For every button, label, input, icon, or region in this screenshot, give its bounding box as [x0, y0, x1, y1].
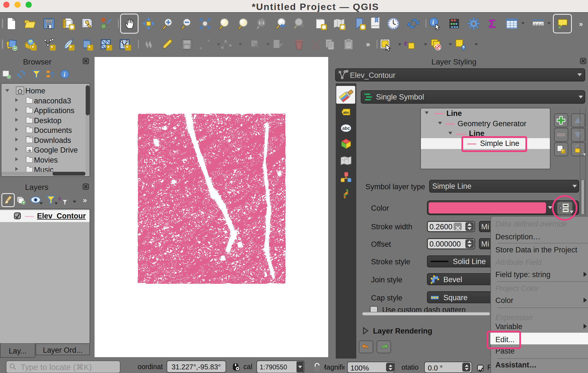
- svg-text:abc: abc: [343, 111, 349, 115]
- svg-text:ε: ε: [59, 195, 61, 202]
- svg-text:*: *: [107, 44, 110, 52]
- svg-text:1:1: 1:1: [258, 21, 264, 25]
- svg-text:i: i: [432, 19, 434, 26]
- svg-text:*: *: [562, 149, 564, 154]
- svg-text:*: *: [88, 44, 91, 52]
- svg-text:*: *: [32, 44, 34, 52]
- svg-text:»: »: [579, 20, 583, 28]
- svg-text:*: *: [70, 44, 72, 52]
- svg-text:abc: abc: [342, 126, 350, 131]
- svg-text:*: *: [126, 44, 129, 52]
- svg-text:Σ: Σ: [489, 17, 496, 30]
- svg-text:i: i: [64, 71, 65, 78]
- svg-text:*: *: [51, 44, 53, 52]
- svg-text:a: a: [107, 23, 110, 30]
- svg-text:ε: ε: [404, 38, 407, 47]
